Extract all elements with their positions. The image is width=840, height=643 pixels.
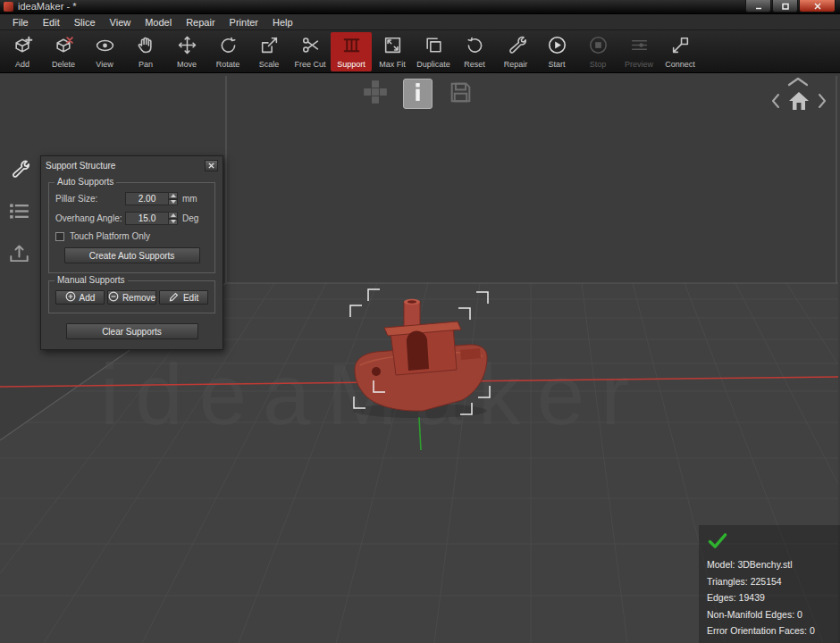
touch-platform-checkbox[interactable]	[55, 232, 64, 241]
model-info-panel: Model: 3DBenchy.stl Triangles: 225154 Ed…	[699, 525, 840, 643]
view-button[interactable]: View	[84, 32, 125, 71]
app-icon	[4, 2, 13, 12]
duplicate-icon	[424, 35, 444, 59]
error-faces-row: Error Orientation Faces: 0	[707, 622, 832, 639]
pillar-size-unit: mm	[182, 194, 197, 204]
model-name-row: Model: 3DBenchy.stl	[707, 556, 832, 573]
menu-help[interactable]: Help	[265, 16, 300, 29]
manual-edit-button[interactable]: Edit	[159, 290, 208, 305]
move-button[interactable]: Move	[166, 32, 207, 71]
rotate-icon	[218, 35, 239, 59]
menu-bar: File Edit Slice View Model Repair Printe…	[0, 14, 840, 30]
reset-button[interactable]: Reset	[454, 32, 495, 71]
chevron-left-icon	[771, 93, 780, 113]
menu-slice[interactable]: Slice	[67, 16, 103, 29]
save-icon	[449, 80, 473, 108]
create-auto-supports-button[interactable]: Create Auto Supports	[64, 247, 200, 263]
stop-icon	[588, 35, 609, 59]
close-button[interactable]	[799, 0, 836, 13]
menu-view[interactable]: View	[103, 16, 139, 29]
max-fit-button[interactable]: Max Fit	[372, 32, 413, 71]
menu-printer[interactable]: Printer	[223, 16, 265, 29]
camera-right-button[interactable]	[816, 94, 827, 112]
circle-minus-icon	[108, 291, 119, 304]
camera-nav-row	[769, 91, 827, 113]
support-wrench-button[interactable]	[7, 159, 30, 182]
camera-home-button[interactable]	[786, 91, 811, 113]
title-bar: ideaMaker - *	[0, 0, 840, 14]
manual-supports-group: Manual Supports Add Remove Edit	[48, 280, 215, 313]
pan-button[interactable]: Pan	[125, 32, 166, 71]
edges-row: Edges: 19439	[707, 589, 832, 606]
left-tool-column	[7, 159, 30, 266]
menu-file[interactable]: File	[5, 16, 36, 29]
camera-up-button[interactable]	[785, 76, 811, 88]
free-cut-button[interactable]: Free Cut	[290, 32, 331, 71]
add-button[interactable]: Add	[2, 32, 43, 71]
overhang-angle-input[interactable]	[125, 212, 168, 225]
support-button[interactable]: Support	[331, 32, 372, 71]
list-icon	[9, 201, 29, 225]
manual-add-button[interactable]: Add	[55, 290, 105, 305]
pillar-size-input[interactable]	[125, 192, 168, 205]
repair-button[interactable]: Repair	[495, 32, 536, 71]
auto-supports-group: Auto Supports Pillar Size: mm Overhang A…	[48, 182, 215, 273]
menu-edit[interactable]: Edit	[36, 16, 67, 29]
pillar-size-stepper[interactable]	[168, 192, 178, 205]
dialog-header[interactable]: Support Structure	[41, 156, 223, 175]
move-cross-button[interactable]	[362, 80, 389, 107]
clear-supports-button[interactable]: Clear Supports	[66, 323, 198, 339]
grid-plus-icon	[363, 79, 388, 108]
scale-button[interactable]: Scale	[248, 32, 290, 71]
pencil-icon	[169, 291, 180, 304]
top-tool-row	[362, 79, 474, 109]
overhang-angle-stepper[interactable]	[168, 212, 178, 225]
preview-layers-icon	[629, 35, 650, 59]
chevron-right-icon	[818, 93, 827, 113]
touch-platform-label: Touch Platform Only	[70, 231, 150, 241]
wrench-repair-icon	[506, 35, 526, 59]
max-fit-icon	[382, 35, 403, 59]
dialog-title: Support Structure	[46, 161, 115, 171]
non-manifold-row: Non-Manifold Edges: 0	[707, 606, 832, 623]
start-button[interactable]: Start	[536, 32, 577, 71]
window-controls	[744, 0, 836, 13]
view-eye-icon	[95, 35, 115, 59]
connect-button[interactable]: Connect	[659, 32, 701, 71]
overhang-angle-label: Overhang Angle:	[55, 213, 125, 223]
move-arrows-icon	[177, 35, 197, 59]
scale-icon	[259, 35, 280, 59]
support-structure-dialog: Support Structure Auto Supports Pillar S…	[40, 155, 223, 350]
pan-hand-icon	[136, 35, 156, 59]
model-list-button[interactable]	[7, 201, 30, 224]
info-icon	[413, 82, 423, 105]
auto-supports-legend: Auto Supports	[55, 177, 116, 187]
support-icon	[341, 35, 362, 59]
export-button[interactable]	[7, 243, 30, 266]
menu-repair[interactable]: Repair	[179, 16, 222, 29]
duplicate-button[interactable]: Duplicate	[413, 32, 454, 71]
start-play-icon	[547, 35, 567, 59]
chevron-up-icon	[786, 74, 810, 90]
rotate-button[interactable]: Rotate	[207, 32, 248, 71]
info-button[interactable]	[403, 79, 433, 109]
save-button[interactable]	[447, 80, 474, 107]
menu-model[interactable]: Model	[138, 16, 179, 29]
preview-button: Preview	[618, 32, 659, 71]
circle-plus-icon	[65, 291, 76, 304]
3d-viewport[interactable]: ideaMaker	[0, 74, 840, 643]
add-icon	[13, 35, 33, 59]
check-icon	[707, 532, 832, 553]
stop-button: Stop	[577, 32, 618, 71]
wrench-icon	[9, 159, 29, 183]
maximize-button[interactable]	[772, 0, 798, 13]
minimize-button[interactable]	[745, 0, 771, 13]
dialog-close-button[interactable]	[205, 160, 218, 171]
camera-left-button[interactable]	[769, 94, 781, 112]
overhang-angle-unit: Deg	[182, 213, 198, 223]
window-title: ideaMaker - *	[18, 0, 76, 13]
upload-icon	[9, 243, 29, 267]
delete-button[interactable]: Delete	[43, 32, 84, 71]
connect-icon	[670, 35, 691, 59]
manual-remove-button[interactable]: Remove	[107, 290, 156, 305]
